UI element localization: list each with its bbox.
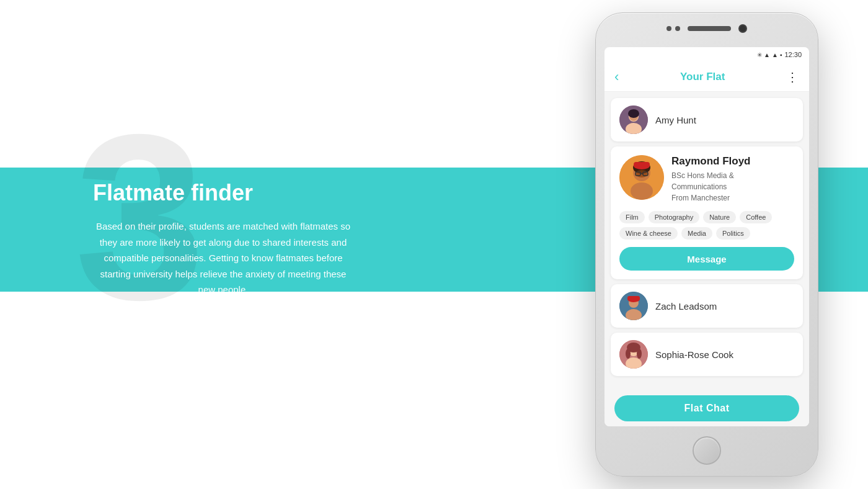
raymond-floyd-card[interactable]: Raymond Floyd BSc Hons Media &Communicat… [611,146,803,279]
phone-speaker [688,26,731,31]
phone-home-button[interactable] [693,436,721,465]
phone-dot-2 [675,26,680,31]
svg-rect-14 [634,162,650,167]
amy-name: Amy Hunt [655,115,696,125]
svg-point-24 [626,349,631,359]
tag-coffee: Coffee [740,211,772,223]
sophia-avatar [619,340,648,369]
flat-chat-bar: Flat Chat [604,390,809,426]
raymond-degree: BSc Hons Media &CommunicationsFrom Manch… [671,170,751,204]
sophia-cook-card[interactable]: Sophia-Rose Cook [611,333,803,376]
tag-politics: Politics [716,227,750,240]
bluetooth-icon: ✳ [757,52,762,58]
svg-point-7 [631,182,653,200]
raymond-tags: Film Photography Nature Coffee Wine & ch… [619,211,794,240]
status-icons: ✳ ▲ ▲ ▪ [757,52,782,58]
tag-media: Media [681,227,712,240]
phone-camera-area [666,24,747,33]
phone-dots [666,26,680,31]
phone-shell: ✳ ▲ ▲ ▪ 12:30 ‹ Your Flat ⋮ [595,12,818,477]
flatmates-list: Amy Hunt [604,92,809,390]
raymond-details: Raymond Floyd BSc Hons Media &Communicat… [671,155,751,204]
app-header: ‹ Your Flat ⋮ [604,62,809,92]
phone-mockup: ✳ ▲ ▲ ▪ 12:30 ‹ Your Flat ⋮ [595,12,818,477]
tag-film: Film [619,211,645,223]
status-time: 12:30 [784,51,802,58]
signal-icon: ▲ [772,52,778,58]
left-panel-description: Based on their profile, students are mat… [93,218,353,298]
message-button[interactable]: Message [619,247,794,271]
tag-wine-cheese: Wine & cheese [619,227,678,240]
tag-nature: Nature [703,211,736,223]
phone-screen: ✳ ▲ ▲ ▪ 12:30 ‹ Your Flat ⋮ [604,47,809,426]
zach-avatar [619,292,648,320]
screen-title: Your Flat [680,71,725,83]
phone-camera [738,24,747,33]
back-button[interactable]: ‹ [614,69,619,85]
zach-name: Zach Leadsom [655,301,717,312]
zach-leadsom-card[interactable]: Zach Leadsom [611,284,803,328]
status-bar: ✳ ▲ ▲ ▪ 12:30 [604,47,809,62]
amy-avatar [619,105,648,134]
phone-dot-1 [666,26,671,31]
tag-photography: Photography [649,211,699,223]
raymond-info-top: Raymond Floyd BSc Hons Media &Communicat… [619,155,794,204]
wifi-icon: ▲ [764,52,770,58]
flat-chat-button[interactable]: Flat Chat [614,395,799,421]
left-panel-title: Flatmate finder [93,180,353,206]
amy-hunt-card[interactable]: Amy Hunt [611,98,803,141]
left-panel: Flatmate finder Based on their profile, … [93,180,353,298]
raymond-avatar [619,155,664,200]
battery-icon: ▪ [780,52,782,58]
svg-point-4 [628,109,639,118]
more-button[interactable]: ⋮ [786,70,799,84]
svg-rect-19 [627,296,640,300]
sophia-name: Sophia-Rose Cook [655,349,733,360]
raymond-name: Raymond Floyd [671,155,751,168]
svg-point-25 [637,349,642,359]
